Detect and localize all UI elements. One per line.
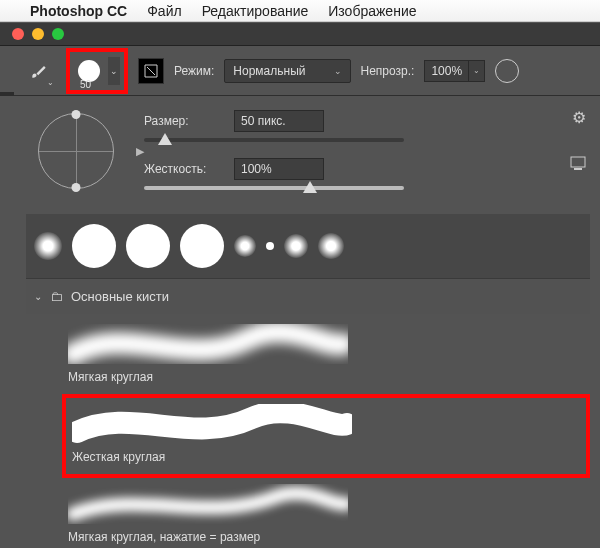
menu-file[interactable]: Файл: [147, 3, 181, 19]
brush-preset-strip: [26, 214, 590, 278]
brush-preset-thumb[interactable]: [284, 234, 308, 258]
window-titlebar: [0, 22, 600, 46]
brush-tool-icon[interactable]: ⌄: [22, 54, 56, 88]
brush-item-soft-round[interactable]: Мягкая круглая: [62, 318, 590, 394]
hardness-input[interactable]: 100%: [234, 158, 324, 180]
svg-rect-1: [574, 168, 582, 170]
brush-preset-thumb[interactable]: [234, 235, 256, 257]
new-preset-icon[interactable]: [570, 156, 586, 173]
menu-edit[interactable]: Редактирование: [202, 3, 309, 19]
brush-name-label: Мягкая круглая, нажатие = размер: [68, 530, 584, 544]
menu-image[interactable]: Изображение: [328, 3, 416, 19]
brush-item-soft-round-pressure[interactable]: Мягкая круглая, нажатие = размер: [62, 478, 590, 548]
size-input[interactable]: 50 пикс.: [234, 110, 324, 132]
window-minimize-button[interactable]: [32, 28, 44, 40]
tool-options-bar: ⌄ 50 ⌄ Режим: Нормальный ⌄ Непрозр.: 100…: [0, 46, 600, 96]
brush-folder-name: Основные кисти: [71, 289, 169, 304]
size-label: Размер:: [144, 114, 222, 128]
opacity-value[interactable]: 100%: [424, 60, 469, 82]
blend-mode-value: Нормальный: [233, 64, 305, 78]
hardness-slider[interactable]: [144, 186, 404, 190]
brush-preset-picker[interactable]: 50 ⌄: [66, 48, 128, 94]
chevron-down-icon[interactable]: ⌄: [469, 60, 485, 82]
flip-arrow-icon[interactable]: ▶: [136, 145, 144, 158]
brush-size-value: 50: [80, 79, 91, 90]
chevron-down-icon: ⌄: [334, 66, 342, 76]
gear-icon[interactable]: ⚙: [572, 108, 586, 127]
brush-preset-thumb[interactable]: [126, 224, 170, 268]
brush-settings-panel: ⚙ ▶ Размер: 50 пикс. Жесткость: 100%: [0, 96, 600, 548]
blend-mode-select[interactable]: Нормальный ⌄: [224, 59, 350, 83]
window-maximize-button[interactable]: [52, 28, 64, 40]
brush-preset-thumb[interactable]: [34, 232, 62, 260]
pressure-opacity-button[interactable]: [495, 59, 519, 83]
app-name[interactable]: Photoshop CC: [30, 3, 127, 19]
svg-rect-0: [571, 157, 585, 167]
mac-menubar: Photoshop CC Файл Редактирование Изображ…: [0, 0, 600, 22]
chevron-down-icon[interactable]: ⌄: [47, 78, 54, 87]
mode-label: Режим:: [174, 64, 214, 78]
hardness-label: Жесткость:: [144, 162, 222, 176]
brush-folder-header[interactable]: ⌄ 🗀 Основные кисти: [26, 278, 590, 314]
brush-preset-thumb[interactable]: [266, 242, 274, 250]
brush-preset-thumb[interactable]: [72, 224, 116, 268]
brush-name-label: Жесткая круглая: [72, 450, 580, 464]
brush-list: Мягкая круглая Жесткая круглая Мягкая кр…: [26, 314, 590, 548]
brush-panel-toggle-button[interactable]: [138, 58, 164, 84]
window-close-button[interactable]: [12, 28, 24, 40]
chevron-down-icon[interactable]: ⌄: [108, 57, 120, 85]
brush-preset-thumb[interactable]: [318, 233, 344, 259]
folder-icon: 🗀: [50, 289, 63, 304]
brush-preset-thumb[interactable]: [180, 224, 224, 268]
brush-angle-control[interactable]: ▶: [26, 106, 126, 196]
chevron-down-icon: ⌄: [34, 291, 42, 302]
opacity-label: Непрозр.:: [361, 64, 415, 78]
size-slider[interactable]: [144, 138, 404, 142]
brush-item-hard-round[interactable]: Жесткая круглая: [62, 394, 590, 478]
brush-name-label: Мягкая круглая: [68, 370, 584, 384]
